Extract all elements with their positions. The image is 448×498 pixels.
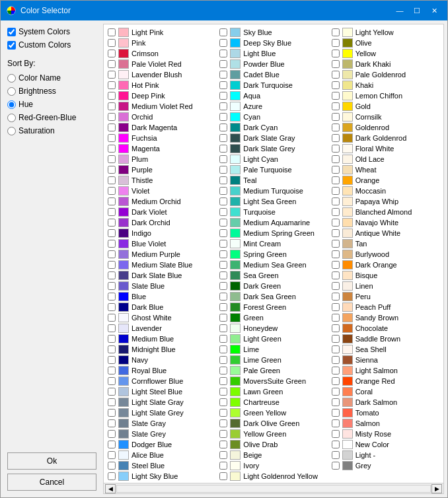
sort-rgb-radio[interactable] [7,114,16,122]
color-item[interactable]: Light Slate Gray [106,397,217,408]
color-checkbox[interactable] [332,324,340,332]
color-checkbox[interactable] [108,155,116,163]
color-item[interactable]: Pale Goldenrod [330,69,441,80]
color-checkbox[interactable] [108,60,116,68]
color-item[interactable]: Orange Red [330,376,441,386]
color-checkbox[interactable] [219,71,227,79]
color-item[interactable]: Medium Spring Green [218,228,328,238]
sort-color-name-radio[interactable] [7,74,16,83]
color-checkbox[interactable] [332,261,340,269]
color-checkbox[interactable] [219,441,227,448]
color-item[interactable]: Dark Slate Gray [218,133,328,143]
color-item[interactable]: Slate Blue [106,281,217,291]
color-item[interactable]: Deep Sky Blue [218,38,328,48]
color-item[interactable]: Dark Cyan [218,122,328,133]
color-item[interactable]: Navy [106,355,217,365]
color-item[interactable]: Azure [218,101,328,112]
color-item[interactable]: Blue [106,291,217,302]
color-checkbox[interactable] [219,229,227,237]
color-item[interactable]: Beige [218,450,328,460]
color-checkbox[interactable] [108,134,116,142]
color-item[interactable]: Dark Magenta [106,122,217,133]
color-checkbox[interactable] [219,345,227,353]
sort-brightness-item[interactable]: Brightness [7,87,96,96]
color-item[interactable]: Lemon Chiffon [330,90,441,101]
sort-hue-radio[interactable] [7,100,16,109]
color-item[interactable]: Old Lace [330,154,441,164]
color-checkbox[interactable] [108,261,116,269]
color-checkbox[interactable] [219,398,227,406]
color-checkbox[interactable] [108,303,116,311]
color-checkbox[interactable] [108,197,116,205]
color-checkbox[interactable] [108,113,116,121]
color-item[interactable]: Medium Slate Blue [106,260,217,270]
color-checkbox[interactable] [332,314,340,322]
color-item[interactable]: Tan [330,238,441,249]
color-checkbox[interactable] [219,430,227,438]
color-checkbox[interactable] [332,430,340,438]
color-checkbox[interactable] [332,60,340,68]
sort-brightness-radio[interactable] [7,87,16,96]
color-checkbox[interactable] [219,451,227,459]
color-item[interactable]: Wheat [330,164,441,175]
color-checkbox[interactable] [108,324,116,332]
color-checkbox[interactable] [219,208,227,216]
color-checkbox[interactable] [108,102,116,110]
color-checkbox[interactable] [108,124,116,131]
color-checkbox[interactable] [332,39,340,47]
color-item[interactable]: Blue Violet [106,238,217,249]
color-item[interactable]: Thistle [106,175,217,186]
color-item[interactable]: Dark Turquoise [218,80,328,90]
color-checkbox[interactable] [219,187,227,195]
color-item[interactable]: Medium Purple [106,249,217,260]
color-item[interactable]: Yellow [330,48,441,59]
color-item[interactable]: Dark Green [218,281,328,291]
color-item[interactable]: Light Salmon [330,365,441,376]
color-checkbox[interactable] [332,176,340,184]
color-checkbox[interactable] [108,367,116,374]
color-checkbox[interactable] [108,145,116,153]
color-item[interactable]: Aqua [218,90,328,101]
color-item[interactable]: Tomato [330,408,441,418]
color-checkbox[interactable] [332,208,340,216]
color-checkbox[interactable] [219,303,227,311]
color-checkbox[interactable] [332,219,340,227]
color-item[interactable]: Sea Shell [330,344,441,355]
color-checkbox[interactable] [108,219,116,227]
color-item[interactable]: Orchid [106,112,217,122]
minimize-button[interactable]: — [392,4,408,17]
color-checkbox[interactable] [219,419,227,427]
color-item[interactable]: Dark Slate Blue [106,270,217,281]
color-item[interactable]: Light Steel Blue [106,386,217,397]
color-checkbox[interactable] [219,271,227,279]
color-checkbox[interactable] [219,261,227,269]
color-item[interactable]: Light Yellow [330,27,441,38]
color-item[interactable]: Dark Blue [106,302,217,312]
color-checkbox[interactable] [332,134,340,142]
color-item[interactable]: Pale Green [218,365,328,376]
color-checkbox[interactable] [219,92,227,100]
color-checkbox[interactable] [108,345,116,353]
color-item[interactable]: Medium Violet Red [106,101,217,112]
color-item[interactable]: Navajo White [330,217,441,228]
color-checkbox[interactable] [108,71,116,79]
color-item[interactable]: Chocolate [330,323,441,334]
color-checkbox[interactable] [332,113,340,121]
color-checkbox[interactable] [108,271,116,279]
color-checkbox[interactable] [332,166,340,174]
color-checkbox[interactable] [219,282,227,290]
close-button[interactable]: ✕ [426,4,442,17]
color-item[interactable]: Lavender [106,323,217,334]
color-item[interactable]: Medium Orchid [106,196,217,207]
color-checkbox[interactable] [108,81,116,89]
sort-saturation-item[interactable]: Saturation [7,126,96,135]
color-checkbox[interactable] [108,314,116,322]
color-checkbox[interactable] [332,451,340,459]
color-item[interactable]: Dark Goldenrod [330,133,441,143]
cancel-button[interactable]: Cancel [7,474,96,491]
color-item[interactable]: Hot Pink [106,80,217,90]
color-item[interactable]: Antique White [330,228,441,238]
color-item[interactable]: Violet [106,186,217,196]
color-item[interactable]: Cornflower Blue [106,376,217,386]
color-item[interactable]: Ivory [218,460,328,471]
